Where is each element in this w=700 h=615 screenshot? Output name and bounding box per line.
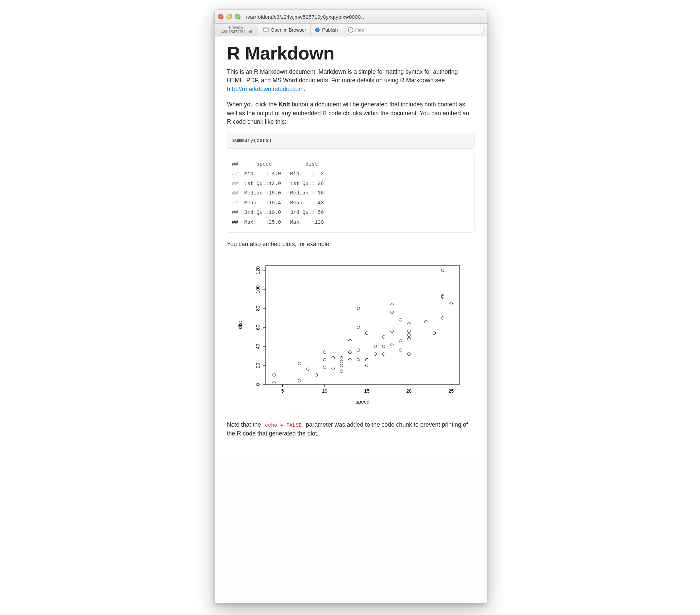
svg-point-52 <box>357 307 360 310</box>
svg-point-41 <box>340 370 343 373</box>
svg-text:0: 0 <box>255 383 261 386</box>
minimize-window-button[interactable] <box>226 14 232 20</box>
svg-point-37 <box>323 358 326 361</box>
plot-container: 510152025020406080100120speeddist <box>227 259 475 408</box>
svg-text:120: 120 <box>255 266 261 274</box>
intro-text-a: This is an R Markdown document. Markdown… <box>227 68 458 84</box>
publish-button[interactable]: Publish <box>311 24 342 36</box>
svg-point-38 <box>323 351 326 354</box>
intro-paragraph: This is an R Markdown document. Markdown… <box>227 68 475 93</box>
globe-icon <box>315 27 320 33</box>
svg-point-53 <box>365 364 368 367</box>
close-window-button[interactable] <box>218 14 224 20</box>
svg-point-2 <box>315 28 320 32</box>
preview-window: /var/folders/c3/z24wjmw525710y8yxqtyplxw… <box>214 10 487 603</box>
svg-point-69 <box>408 337 410 340</box>
svg-point-47 <box>349 351 351 354</box>
zoom-window-button[interactable] <box>235 14 240 20</box>
svg-point-40 <box>332 357 334 359</box>
svg-point-48 <box>349 339 351 342</box>
svg-point-45 <box>349 358 351 361</box>
svg-text:20: 20 <box>407 388 412 394</box>
svg-point-35 <box>315 374 317 376</box>
svg-text:dist: dist <box>237 321 243 329</box>
svg-text:10: 10 <box>322 388 327 394</box>
svg-point-68 <box>408 353 410 356</box>
svg-rect-3 <box>266 266 460 384</box>
svg-text:5: 5 <box>281 388 284 394</box>
svg-point-33 <box>298 362 301 365</box>
svg-point-43 <box>340 360 343 363</box>
document-body: R Markdown This is an R Markdown documen… <box>215 36 487 455</box>
preview-tab[interactable]: Preview- 46b15477f8.html <box>215 24 259 36</box>
svg-point-61 <box>391 343 393 346</box>
svg-text:40: 40 <box>255 344 261 349</box>
svg-point-62 <box>391 330 393 333</box>
svg-point-39 <box>332 367 334 370</box>
svg-point-31 <box>273 374 275 376</box>
code-chunk-summary: summary(cars) <box>227 133 475 148</box>
svg-point-57 <box>374 345 376 348</box>
embed-plots-paragraph: You can also embed plots, for example: <box>227 240 475 248</box>
find-input[interactable]: Find <box>345 26 484 34</box>
svg-text:60: 60 <box>255 325 261 330</box>
code-chunk-text: summary(cars) <box>232 138 272 143</box>
svg-point-74 <box>433 332 435 334</box>
svg-point-58 <box>382 353 385 356</box>
browser-icon <box>263 27 269 33</box>
svg-point-55 <box>365 332 368 334</box>
preview-tab-line2: 46b15477f8.html <box>222 30 252 34</box>
titlebar: /var/folders/c3/z24wjmw525710y8yxqtyplxw… <box>215 10 487 24</box>
svg-point-42 <box>340 364 343 367</box>
knit-bold: Knit <box>278 101 290 108</box>
preview-toolbar: Preview- 46b15477f8.html Open in Browser <box>215 24 487 36</box>
svg-text:20: 20 <box>255 363 261 368</box>
summary-output: ## speed dist ## Min. : 4.0 Min. : 2 ## … <box>227 155 475 233</box>
svg-point-32 <box>298 380 301 382</box>
intro-text-b: . <box>304 86 305 92</box>
svg-point-63 <box>391 311 393 313</box>
find-placeholder: Find <box>355 27 364 33</box>
open-in-browser-label: Open in Browser <box>271 27 306 33</box>
svg-point-79 <box>450 302 452 305</box>
svg-point-60 <box>382 335 385 338</box>
echo-false-paragraph: Note that the echo = FALSE parameter was… <box>227 421 475 438</box>
window-title-path: /var/folders/c3/z24wjmw525710y8yxqtyplxw… <box>240 14 483 20</box>
svg-point-54 <box>365 358 368 361</box>
svg-text:100: 100 <box>255 285 261 293</box>
svg-point-70 <box>408 334 410 336</box>
inline-code-echo-false: echo = FALSE <box>263 422 304 430</box>
rmarkdown-link[interactable]: http://rmarkdown.rstudio.com <box>227 86 304 92</box>
find-container: Find <box>342 24 487 36</box>
svg-text:25: 25 <box>448 388 454 394</box>
svg-point-65 <box>399 349 402 351</box>
svg-point-51 <box>357 326 360 329</box>
svg-point-44 <box>340 357 343 359</box>
echo-text-a: Note that the <box>227 421 263 428</box>
svg-point-50 <box>357 349 360 351</box>
svg-point-78 <box>441 269 444 272</box>
svg-point-64 <box>391 303 393 306</box>
svg-text:80: 80 <box>255 306 261 311</box>
svg-point-72 <box>408 322 410 325</box>
publish-label: Publish <box>322 27 338 33</box>
svg-point-59 <box>382 345 385 348</box>
page-title: R Markdown <box>227 42 475 64</box>
svg-text:speed: speed <box>356 399 370 405</box>
svg-point-30 <box>273 382 275 384</box>
svg-point-66 <box>399 339 402 342</box>
search-icon <box>348 27 353 33</box>
open-in-browser-button[interactable]: Open in Browser <box>259 24 311 36</box>
svg-point-49 <box>357 358 360 361</box>
svg-point-67 <box>399 319 402 321</box>
knit-text-a: When you click the <box>227 101 278 108</box>
svg-rect-1 <box>264 28 268 29</box>
svg-point-75 <box>441 317 444 319</box>
svg-point-34 <box>307 368 309 371</box>
svg-point-56 <box>374 353 376 356</box>
svg-point-36 <box>323 366 326 369</box>
traffic-lights <box>218 14 240 20</box>
svg-point-73 <box>425 320 427 323</box>
cars-scatter-plot: 510152025020406080100120speeddist <box>235 259 466 408</box>
knit-paragraph: When you click the Knit button a documen… <box>227 100 475 126</box>
